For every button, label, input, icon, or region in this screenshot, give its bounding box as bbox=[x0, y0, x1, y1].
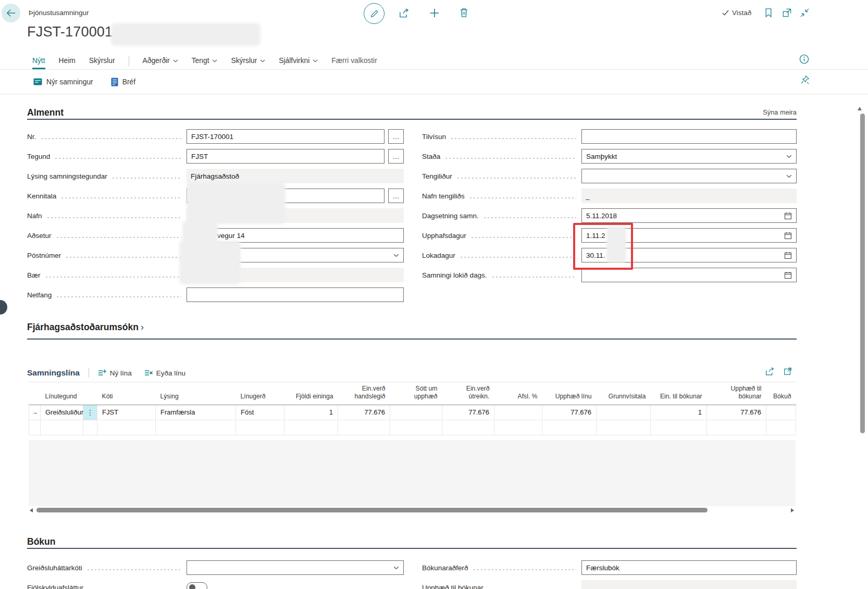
horizontal-scrollbar[interactable] bbox=[36, 508, 708, 512]
column-header[interactable]: Línutegund bbox=[41, 383, 97, 405]
tegund-assist-button[interactable]: … bbox=[388, 149, 404, 164]
kennitala-assist-button[interactable]: … bbox=[388, 189, 404, 203]
menu-faerri-valkostir[interactable]: Færri valkostir bbox=[331, 52, 377, 69]
row-selector-cell[interactable]: → bbox=[29, 405, 41, 420]
column-header[interactable]: Upphæð til bókunar bbox=[707, 383, 766, 405]
cell-linugerd[interactable]: Föst bbox=[236, 405, 284, 420]
empty-cell[interactable] bbox=[97, 420, 156, 435]
scroll-left-arrow[interactable] bbox=[30, 508, 33, 512]
cell-ein-til-bokunar[interactable]: 1 bbox=[651, 405, 707, 420]
empty-cell[interactable] bbox=[236, 420, 284, 435]
calendar-icon[interactable] bbox=[784, 271, 792, 279]
back-button[interactable] bbox=[2, 4, 20, 22]
section-title-fjarhagsadstodarumsokn[interactable]: Fjárhagsaðstoðarumsókn› bbox=[27, 322, 144, 333]
calendar-icon[interactable] bbox=[784, 232, 792, 240]
samningi-lokid-input[interactable] bbox=[581, 268, 797, 282]
nr-input[interactable]: FJST-170001 bbox=[187, 129, 385, 144]
column-header[interactable]: Sótt um upphæð bbox=[390, 383, 442, 405]
calendar-icon[interactable] bbox=[784, 252, 792, 259]
empty-cell[interactable] bbox=[494, 420, 542, 435]
tab-heim[interactable]: Heim bbox=[59, 52, 76, 69]
empty-cell[interactable] bbox=[651, 420, 707, 435]
empty-cell[interactable] bbox=[156, 420, 236, 435]
empty-cell[interactable] bbox=[284, 420, 338, 435]
empty-cell[interactable] bbox=[41, 420, 83, 435]
add-button[interactable] bbox=[429, 8, 440, 18]
empty-cell[interactable] bbox=[766, 420, 796, 435]
chevron-down-icon[interactable] bbox=[786, 155, 792, 158]
cell-einverd-utreikn[interactable]: 77.676 bbox=[442, 405, 494, 420]
empty-cell[interactable] bbox=[338, 420, 390, 435]
column-header[interactable]: Lýsing bbox=[156, 383, 236, 405]
menu-skyrslur[interactable]: Skýrslur bbox=[231, 52, 265, 69]
column-header[interactable]: Grunnvísitala bbox=[597, 383, 651, 405]
menu-adgerdir[interactable]: Aðgerðir bbox=[143, 52, 178, 69]
column-header[interactable]: Ein. til bókunar bbox=[651, 383, 707, 405]
empty-cell[interactable] bbox=[83, 420, 97, 435]
cell-linutegund[interactable]: Greiðsluliður bbox=[41, 405, 83, 420]
cell-upphaed-til-bokunar[interactable]: 77.676 bbox=[707, 405, 766, 420]
column-header[interactable]: Fjöldi eininga bbox=[284, 383, 338, 405]
tilvisun-input[interactable] bbox=[581, 129, 797, 144]
chevron-down-icon[interactable] bbox=[393, 566, 399, 570]
bokunaradferd-input[interactable]: Færslubók bbox=[581, 560, 797, 575]
nr-assist-button[interactable]: … bbox=[388, 129, 404, 144]
side-panel-tab[interactable] bbox=[0, 300, 7, 315]
lysing-samningstegundar-field[interactable]: Fjárhagsaðstoð bbox=[187, 169, 404, 183]
tab-nytt[interactable]: Nýtt bbox=[32, 52, 45, 69]
new-line-button[interactable]: Ný lína bbox=[98, 369, 132, 377]
vertical-scrollbar[interactable] bbox=[860, 114, 865, 433]
cell-bokud[interactable] bbox=[766, 405, 796, 420]
stada-select[interactable]: Samþykkt bbox=[581, 149, 797, 164]
cell-grunnvisitala[interactable] bbox=[597, 405, 651, 420]
cell-einverd-handslegid[interactable]: 77.676 bbox=[338, 405, 390, 420]
empty-cell[interactable] bbox=[542, 420, 597, 435]
tengilidur-select[interactable] bbox=[581, 169, 797, 183]
tegund-input[interactable]: FJST bbox=[187, 149, 385, 164]
breadcrumb[interactable]: Þjónustusamningur bbox=[29, 9, 89, 17]
share-button[interactable] bbox=[399, 8, 410, 18]
column-header[interactable]: Línugerð bbox=[236, 383, 284, 405]
menu-tengt[interactable]: Tengt bbox=[192, 52, 218, 69]
scroll-up-arrow[interactable] bbox=[858, 107, 862, 110]
cell-sott-um-upphaed[interactable] bbox=[390, 405, 442, 420]
cell-lysing[interactable]: Framfærsla bbox=[156, 405, 236, 420]
scroll-right-arrow[interactable] bbox=[791, 508, 794, 512]
empty-cell[interactable] bbox=[707, 420, 766, 435]
part-share-button[interactable] bbox=[765, 367, 775, 376]
tab-skyrslur[interactable]: Skýrslur bbox=[89, 52, 115, 69]
nafn-tengilids-field[interactable]: _ bbox=[581, 189, 797, 203]
part-expand-button[interactable] bbox=[783, 367, 792, 376]
upphaed-til-bokunar-field[interactable] bbox=[581, 580, 797, 589]
edit-button[interactable] bbox=[364, 3, 385, 24]
empty-cell[interactable] bbox=[442, 420, 494, 435]
delete-line-button[interactable]: Eyða línu bbox=[144, 369, 185, 377]
bookmark-button[interactable] bbox=[764, 8, 773, 18]
empty-cell[interactable] bbox=[390, 420, 442, 435]
cell-fjoldi-eininga[interactable]: 1 bbox=[284, 405, 338, 420]
column-header[interactable]: Upphæð línu bbox=[542, 383, 597, 405]
menu-sjalfvirkni[interactable]: Sjálfvirkni bbox=[279, 52, 318, 69]
chevron-down-icon[interactable] bbox=[786, 174, 792, 178]
show-more-link[interactable]: Sýna meira bbox=[763, 108, 797, 116]
collapse-button[interactable] bbox=[800, 8, 810, 18]
column-header[interactable]: Bókuð bbox=[766, 383, 796, 405]
cell-upphaed-linu[interactable]: 77.676 bbox=[542, 405, 597, 420]
table-row-empty[interactable] bbox=[29, 420, 796, 435]
greidsluhattarkoti-select[interactable] bbox=[187, 560, 404, 575]
chevron-down-icon[interactable] bbox=[393, 254, 399, 257]
table-row[interactable]: → Greiðsluliður ⋮ FJST Framfærsla Föst 1… bbox=[29, 405, 796, 420]
row-selector-cell[interactable] bbox=[29, 420, 41, 435]
info-button[interactable] bbox=[799, 54, 809, 64]
empty-cell[interactable] bbox=[597, 420, 651, 435]
column-header[interactable]: Ein.verð handslegið bbox=[338, 383, 390, 405]
cell-afsl[interactable] bbox=[494, 405, 542, 420]
delete-button[interactable] bbox=[460, 8, 468, 18]
column-header[interactable]: Ein.verð útreikn. bbox=[442, 383, 494, 405]
unpin-button[interactable] bbox=[800, 75, 810, 84]
dagsetning-samn-input[interactable]: 5.11.2018 bbox=[581, 208, 797, 223]
netfang-input[interactable] bbox=[187, 287, 404, 302]
new-contract-button[interactable]: Nýr samningur bbox=[33, 78, 93, 86]
calendar-icon[interactable] bbox=[784, 212, 792, 220]
row-options-button[interactable]: ⋮ bbox=[83, 405, 97, 420]
